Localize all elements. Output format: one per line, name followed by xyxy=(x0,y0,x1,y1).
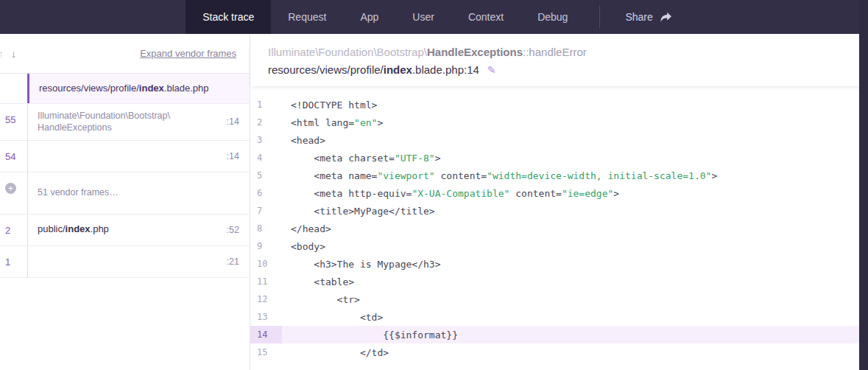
line-number: 2 xyxy=(250,114,282,131)
stack-frames-sidebar: ↑ ↓ Expand vendor frames resources/views… xyxy=(0,34,250,370)
code-line: 11 <table> xyxy=(250,273,868,290)
main-pane: Illuminate\Foundation\Bootstrap\HandleEx… xyxy=(250,34,868,370)
frame-text: resources/views/profile/index.blade.php xyxy=(39,83,209,95)
code-line: 4 <meta charset="UTF-8"> xyxy=(250,149,868,167)
code-text: <meta http-equiv="X-UA-Compatible" conte… xyxy=(282,188,619,199)
expand-vendor-frames-link[interactable]: Expand vendor frames xyxy=(140,48,236,59)
code-text: <!DOCTYPE html> xyxy=(282,100,377,111)
frame-text: 51 vendor frames… xyxy=(38,186,119,198)
prev-frame-arrow-icon[interactable]: ↑ xyxy=(0,46,5,61)
code-text: <html lang="en"> xyxy=(282,117,383,128)
stack-frame-list: resources/views/profile/index.blade.php5… xyxy=(0,74,250,278)
line-number: 9 xyxy=(250,237,282,255)
code-text: <meta charset="UTF-8"> xyxy=(282,153,441,164)
code-viewer: 1<!DOCTYPE html>2<html lang="en">3<head>… xyxy=(250,86,868,370)
code-line-highlighted: 14 {{$informat}} xyxy=(250,326,868,343)
code-line: 1<!DOCTYPE html> xyxy=(250,96,868,114)
edit-pencil-icon[interactable]: ✎ xyxy=(487,64,496,76)
exception-method: Illuminate\Foundation\Bootstrap\HandleEx… xyxy=(268,46,850,58)
line-number: 6 xyxy=(250,184,282,202)
code-text: <td> xyxy=(282,312,383,323)
file-path-name: index xyxy=(384,63,412,76)
frame-text: Illuminate\Foundation\Bootstrap\HandleEx… xyxy=(38,110,170,134)
tab-stack-trace[interactable]: Stack trace xyxy=(186,0,271,34)
code-line: 12 <tr> xyxy=(250,290,868,308)
code-line: 8</head> xyxy=(250,220,868,237)
file-path-prefix: resources/views/profile/ xyxy=(268,63,384,76)
code-text: <head> xyxy=(282,135,325,146)
code-line: 9<body> xyxy=(250,237,868,255)
line-number: 11 xyxy=(250,273,282,290)
stack-frame-row[interactable]: 1:21 xyxy=(0,246,250,278)
line-number: 7 xyxy=(250,202,282,220)
top-navbar: Stack traceRequestAppUserContextDebug Sh… xyxy=(0,0,868,34)
share-button[interactable]: Share xyxy=(615,0,682,34)
frame-file-path: resources/views/profile/index.blade.php:… xyxy=(268,63,850,76)
code-text: <tr> xyxy=(282,294,360,305)
exception-namespace: Illuminate\Foundation\Bootstrap\ xyxy=(268,46,427,58)
line-number: 10 xyxy=(250,255,282,273)
frame-header: Illuminate\Foundation\Bootstrap\HandleEx… xyxy=(250,34,868,86)
frame-line-number: :21 xyxy=(227,256,250,267)
sidebar-header: ↑ ↓ Expand vendor frames xyxy=(0,34,250,74)
code-line: 15 </td> xyxy=(250,343,868,361)
code-line: 6 <meta http-equiv="X-UA-Compatible" con… xyxy=(250,184,868,202)
exception-class: HandleExceptions xyxy=(427,46,523,58)
nav-divider xyxy=(599,6,600,28)
tab-debug[interactable]: Debug xyxy=(521,0,585,34)
line-number: 3 xyxy=(250,131,282,149)
frame-number: 1 xyxy=(0,246,27,277)
frame-line-number: :14 xyxy=(227,151,250,161)
line-number: 5 xyxy=(250,167,282,184)
vendor-frames-row[interactable]: +51 vendor frames… xyxy=(0,172,250,214)
exception-handler: ::handleError xyxy=(523,46,587,58)
code-text: {{$informat}} xyxy=(282,329,458,341)
line-number: 14 xyxy=(250,326,282,343)
line-number: 15 xyxy=(250,343,282,361)
tab-user[interactable]: User xyxy=(395,0,451,34)
code-text: <h3>The is Mypage</h3> xyxy=(282,259,441,270)
tab-context[interactable]: Context xyxy=(451,0,521,34)
code-line: 7 <title>MyPage</title> xyxy=(250,202,868,220)
line-number: 12 xyxy=(250,290,282,308)
frame-line-number: :52 xyxy=(227,225,250,235)
page-scrollbar[interactable] xyxy=(859,0,868,370)
code-line: 10 <h3>The is Mypage</h3> xyxy=(250,255,868,273)
share-icon xyxy=(660,12,672,23)
stack-frame-row[interactable]: 54:14 xyxy=(0,141,250,172)
code-text: <body> xyxy=(282,241,325,252)
stack-frame-row[interactable]: 2public/index.php:52 xyxy=(0,214,250,246)
next-frame-arrow-icon[interactable]: ↓ xyxy=(10,46,18,61)
line-number: 4 xyxy=(250,149,282,167)
nav-tabs: Stack traceRequestAppUserContextDebug xyxy=(186,0,585,34)
expand-plus-icon[interactable]: + xyxy=(5,183,16,194)
code-text: </td> xyxy=(282,347,389,358)
frame-number: 54 xyxy=(0,141,27,172)
line-number: 1 xyxy=(250,96,282,114)
share-label: Share xyxy=(625,11,652,23)
line-number: 13 xyxy=(250,308,282,326)
code-text: <title>MyPage</title> xyxy=(282,206,435,217)
code-text: </head> xyxy=(282,223,331,234)
code-line: 3<head> xyxy=(250,131,868,149)
stack-frame-row[interactable]: 55Illuminate\Foundation\Bootstrap\Handle… xyxy=(0,104,250,141)
file-path-suffix: .blade.php:14 xyxy=(412,63,479,76)
tab-request[interactable]: Request xyxy=(271,0,343,34)
frame-number xyxy=(0,74,27,103)
code-text: <meta name="viewport" content="width=dev… xyxy=(282,170,717,181)
code-line: 2<html lang="en"> xyxy=(250,114,868,131)
frame-number: 55 xyxy=(0,104,27,140)
frame-text: public/index.php xyxy=(38,223,109,236)
code-line: 13 <td> xyxy=(250,308,868,326)
code-text: <table> xyxy=(282,276,354,287)
frame-line-number: :14 xyxy=(227,116,250,127)
frame-number: + xyxy=(0,172,27,214)
line-number: 8 xyxy=(250,220,282,237)
stack-frame-row[interactable]: resources/views/profile/index.blade.php xyxy=(0,74,250,104)
frame-nav-arrows: ↑ ↓ xyxy=(0,46,18,61)
frame-number: 2 xyxy=(0,214,27,245)
code-line: 5 <meta name="viewport" content="width=d… xyxy=(250,167,868,184)
tab-app[interactable]: App xyxy=(343,0,395,34)
